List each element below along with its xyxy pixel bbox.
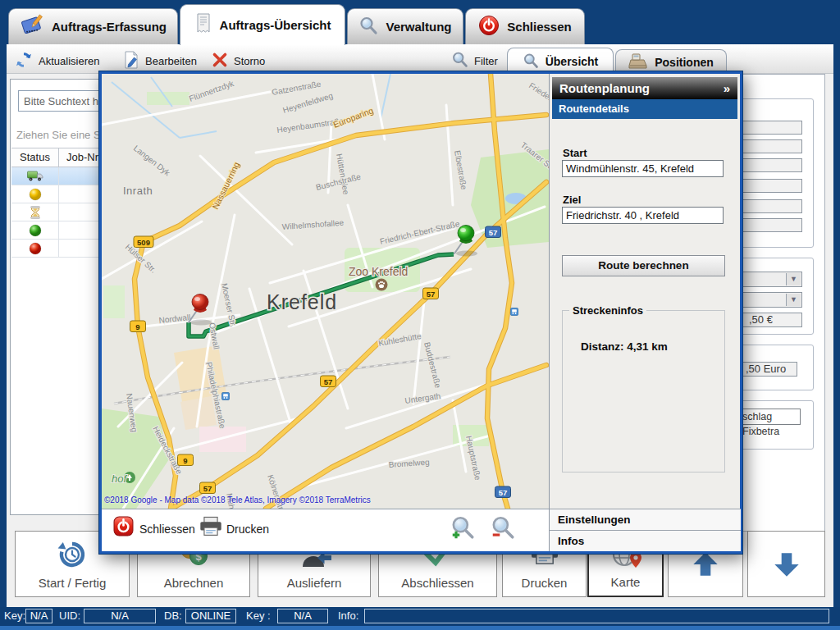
column-status[interactable]: Status <box>11 148 59 167</box>
red-ball-icon <box>11 240 59 257</box>
map-label: Zoo Krefeld <box>349 265 408 278</box>
db-label: DB: <box>164 609 182 622</box>
refresh-button[interactable]: Aktualisieren <box>15 50 99 71</box>
print-button[interactable] <box>199 516 223 541</box>
tab-auftrags-uebersicht[interactable]: Auftrags-Übersicht <box>180 4 345 45</box>
map-label: Heyenfeldweg <box>281 91 334 115</box>
edit-label: Bearbeiten <box>145 55 197 67</box>
einstellungen-section[interactable]: Einstellungen <box>550 509 741 530</box>
close-power-button[interactable] <box>113 516 134 540</box>
storno-label: Storno <box>234 55 265 67</box>
route-map-dialog: FlünnertzdykGatzenstraßeHeyenfeldwegHeye… <box>99 71 742 554</box>
map-label: Inrath <box>123 185 153 197</box>
ziel-input[interactable]: Friedrichstr. 40 , Krefeld <box>562 207 724 224</box>
route-panel-title: Routenplanung <box>559 81 650 95</box>
map-label: Krefeld <box>267 290 337 313</box>
map-label: Nordwall <box>158 313 191 325</box>
edit-button[interactable]: Bearbeiten <box>123 50 197 71</box>
tab-schliessen[interactable]: Schliessen <box>465 8 585 44</box>
collapse-chevron-icon[interactable]: » <box>724 81 730 95</box>
move-down-button[interactable] <box>747 531 825 597</box>
subtab-positionen[interactable]: Positionen <box>615 49 727 74</box>
key1-label: Key: <box>4 609 25 622</box>
storno-button[interactable]: Storno <box>212 50 265 71</box>
zoom-out-icon[interactable] <box>490 514 516 544</box>
road-badge: 57 <box>321 376 336 387</box>
map-label: hof <box>112 472 127 485</box>
refresh-label: Aktualisieren <box>39 55 99 67</box>
map[interactable]: FlünnertzdykGatzenstraßeHeyenfeldwegHeye… <box>102 74 549 509</box>
chevron-down-icon[interactable]: ▼ <box>786 294 801 306</box>
statusbar-strip <box>0 626 840 630</box>
chevron-down-icon[interactable]: ▼ <box>786 273 801 285</box>
transit-icon <box>222 393 230 400</box>
tab-label: Verwaltung <box>386 20 451 34</box>
start-label: Start <box>563 147 587 159</box>
key2-value: N/A <box>277 609 328 623</box>
cancel-x-icon <box>212 52 228 71</box>
info-label: Info: <box>338 609 358 622</box>
power-icon <box>478 15 500 39</box>
map-attribution: ©2018 Google - Map data ©2018 Tele Atlas… <box>104 495 371 504</box>
filter-label: Filter <box>474 55 498 67</box>
map-label: Europaring <box>331 105 374 130</box>
overview-search-icon <box>523 52 539 71</box>
dialog-bottom-bar: Schliessen Drucken <box>102 509 549 551</box>
edit-page-icon <box>123 51 139 71</box>
restart-clock-icon <box>56 540 89 573</box>
map-label: Friedrich-Ebert-Straße <box>379 219 461 246</box>
key1-value: N/A <box>25 609 52 623</box>
button-label: Karte <box>589 575 662 589</box>
map-label: Langen Dyk <box>132 144 173 178</box>
map-label: Elbestraße <box>453 149 468 190</box>
button-label: Drucken <box>503 576 586 590</box>
filter-search-icon <box>451 51 468 71</box>
road-badge: 57 <box>495 486 511 498</box>
map-label: Bromelweg <box>388 458 430 469</box>
road-badge: 57 <box>423 288 439 299</box>
start-input[interactable]: Windmühlenstr. 45, Krefeld <box>562 160 724 177</box>
search-icon <box>358 16 378 38</box>
streckeninfos-legend: Streckeninfos <box>569 304 646 317</box>
road-badge: 9 <box>130 321 146 332</box>
order-overview-icon <box>194 13 212 38</box>
button-label: Abschliessen <box>379 576 496 590</box>
route-panel-header[interactable]: Routenplanung » <box>552 77 737 99</box>
svg-text:57: 57 <box>324 377 333 386</box>
zoom-in-icon[interactable] <box>450 514 476 544</box>
calculate-route-button[interactable]: Route berechnen <box>562 255 725 276</box>
ziel-label: Ziel <box>563 194 581 206</box>
dialog-print-label[interactable]: Drucken <box>226 523 269 536</box>
map-label: Wilhelmshofallee <box>281 218 345 231</box>
map-label: Gatzenstraße <box>271 80 322 97</box>
road-badge: 509 <box>134 236 153 248</box>
status-bar: Key: N/A UID: N/A DB: ONLINE Key : N/A I… <box>0 607 840 630</box>
svg-text:57: 57 <box>203 484 212 493</box>
subtab-label: Übersicht <box>546 55 599 68</box>
tab-label: Auftrags-Erfassung <box>52 20 167 34</box>
map-label: Frieden <box>527 80 549 103</box>
filter-button[interactable]: Filter <box>451 50 498 71</box>
infos-section[interactable]: Infos <box>550 530 741 551</box>
order-entry-icon <box>20 14 44 39</box>
application-window: Auftrags-Erfassung Auftrags-Übersicht Ve… <box>0 0 840 630</box>
svg-text:57: 57 <box>499 488 508 497</box>
uid-label: UID: <box>59 609 80 622</box>
transit-icon <box>511 308 518 316</box>
arrow-up-icon <box>688 550 723 582</box>
db-status-badge: ONLINE <box>185 609 236 623</box>
truck-icon <box>11 167 59 185</box>
tab-verwaltung[interactable]: Verwaltung <box>347 8 463 44</box>
distance-value: Distanz: 4,31 km <box>581 340 668 353</box>
road-badge: 57 <box>486 226 501 238</box>
tab-auftrags-erfassung[interactable]: Auftrags-Erfassung <box>8 8 178 44</box>
hourglass-icon <box>11 203 59 221</box>
arrow-down-icon <box>769 550 804 582</box>
routendetails-section-header[interactable]: Routendetails <box>552 99 737 119</box>
uid-value: N/A <box>84 609 156 623</box>
map-label: Moerser Str. <box>220 282 238 328</box>
road-badge: 57 <box>200 482 216 494</box>
dialog-close-label[interactable]: Schliessen <box>139 523 195 536</box>
green-ball-icon <box>11 221 59 239</box>
streckeninfos-groupbox: Streckeninfos Distanz: 4,31 km <box>562 310 725 472</box>
